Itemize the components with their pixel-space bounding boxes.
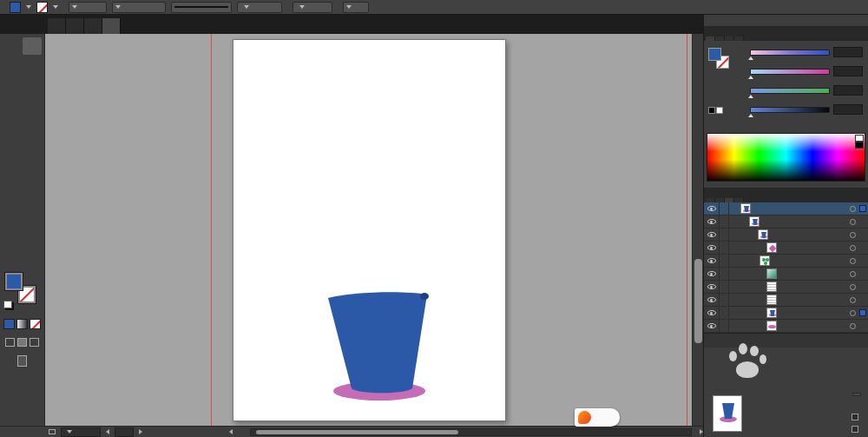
style-dropdown[interactable]	[343, 2, 369, 13]
panel-fill-swatch[interactable]	[708, 48, 721, 61]
vertical-scrollbar-thumb[interactable]	[694, 259, 702, 343]
pen-tool-icon[interactable]	[3, 72, 23, 89]
lock-toggle[interactable]	[720, 215, 729, 228]
black-slider[interactable]	[750, 107, 830, 113]
rotate-tool-icon[interactable]	[3, 124, 23, 142]
clip-checkbox[interactable]	[852, 414, 858, 420]
document-tab-3[interactable]	[84, 18, 102, 34]
lock-toggle[interactable]	[720, 255, 729, 267]
line-segment-tool-icon[interactable]	[3, 89, 23, 107]
lock-toggle[interactable]	[720, 242, 729, 254]
layer-row[interactable]	[704, 242, 868, 255]
lock-toggle[interactable]	[720, 268, 729, 280]
yellow-slider[interactable]	[750, 88, 830, 94]
visibility-toggle[interactable]	[704, 228, 720, 241]
screen-mode-normal-button[interactable]	[5, 338, 15, 347]
horizontal-scrollbar[interactable]	[250, 428, 692, 436]
scale-tool-icon[interactable]	[23, 124, 42, 142]
direct-selection-tool-icon[interactable]	[23, 37, 42, 55]
ime-toolbar[interactable]	[575, 408, 620, 427]
selection-indicator[interactable]	[859, 205, 866, 212]
symbol-sprayer-tool-icon[interactable]	[3, 211, 23, 228]
layer-row[interactable]	[704, 268, 868, 281]
width-tool-icon[interactable]	[3, 142, 23, 159]
lock-toggle[interactable]	[720, 320, 729, 332]
document-tab-2[interactable]	[66, 18, 84, 34]
paint-color-button[interactable]	[3, 319, 15, 329]
fill-color-swatch[interactable]	[10, 2, 21, 13]
rectangle-tool-icon[interactable]	[23, 89, 42, 107]
brush-definition-dropdown[interactable]	[237, 2, 282, 13]
next-artboard-icon[interactable]	[139, 429, 142, 434]
sogou-logo-icon[interactable]	[578, 411, 591, 424]
stroke-caret-icon[interactable]	[53, 5, 58, 9]
screen-mode-fullscreen-button[interactable]	[30, 338, 39, 347]
canvas-area[interactable]	[45, 34, 703, 426]
paintbrush-tool-icon[interactable]	[3, 107, 23, 124]
make-mask-button[interactable]	[852, 393, 861, 396]
visibility-toggle[interactable]	[704, 294, 720, 306]
visibility-toggle[interactable]	[704, 320, 720, 332]
black-value-field[interactable]	[833, 104, 863, 115]
vertical-scrollbar[interactable]	[692, 34, 703, 426]
visibility-toggle[interactable]	[704, 202, 720, 215]
type-tool-icon[interactable]	[23, 72, 42, 89]
opacity-dropdown[interactable]	[293, 2, 332, 13]
visibility-toggle[interactable]	[704, 281, 720, 293]
perspective-grid-tool-icon[interactable]	[23, 159, 42, 176]
slider-thumb[interactable]	[748, 76, 753, 79]
white-swatch[interactable]	[855, 135, 864, 142]
artboard-tool-icon[interactable]	[3, 228, 23, 246]
target-icon[interactable]	[850, 206, 856, 212]
zoom-dropdown[interactable]	[61, 427, 101, 437]
lock-toggle[interactable]	[720, 202, 729, 215]
free-transform-tool-icon[interactable]	[23, 142, 42, 159]
scroll-right-icon[interactable]	[700, 429, 703, 434]
layer-row[interactable]	[704, 294, 868, 307]
brush-preview[interactable]	[171, 2, 232, 13]
transparency-object-thumbnail[interactable]	[713, 395, 742, 432]
visibility-toggle[interactable]	[704, 307, 720, 319]
slice-tool-icon[interactable]	[23, 228, 42, 246]
paint-gradient-button[interactable]	[16, 319, 28, 329]
visibility-toggle[interactable]	[704, 215, 720, 228]
layer-row[interactable]	[704, 281, 868, 294]
eyedropper-tool-icon[interactable]	[3, 194, 23, 211]
gradient-tool-icon[interactable]	[23, 176, 42, 194]
selection-tool-icon[interactable]	[3, 37, 23, 55]
target-icon[interactable]	[850, 219, 856, 225]
hand-tool-icon[interactable]	[3, 246, 23, 263]
document-tab-4-active[interactable]	[102, 18, 121, 34]
lock-toggle[interactable]	[720, 307, 729, 319]
target-icon[interactable]	[850, 258, 856, 264]
cup-artwork[interactable]	[233, 40, 505, 420]
visibility-toggle[interactable]	[704, 268, 720, 280]
lasso-tool-icon[interactable]	[23, 55, 42, 72]
magenta-slider[interactable]	[750, 69, 830, 75]
target-icon[interactable]	[850, 271, 856, 277]
blend-tool-icon[interactable]	[23, 194, 42, 211]
color-spectrum[interactable]	[707, 133, 865, 182]
target-icon[interactable]	[850, 232, 856, 238]
layer-row[interactable]	[704, 255, 868, 268]
visibility-toggle[interactable]	[704, 255, 720, 267]
artboard-number-field[interactable]	[115, 427, 134, 437]
layer-row[interactable]	[704, 215, 868, 228]
selection-indicator[interactable]	[859, 309, 866, 316]
shape-builder-tool-icon[interactable]	[3, 159, 23, 176]
paint-none-button[interactable]	[30, 319, 41, 329]
target-icon[interactable]	[850, 323, 856, 329]
status-menu-icon[interactable]	[49, 429, 56, 434]
variable-width-dropdown[interactable]	[112, 2, 166, 13]
document-tab-1[interactable]	[48, 18, 66, 34]
layer-row[interactable]	[704, 202, 868, 215]
cyan-slider[interactable]	[750, 50, 830, 56]
fill-caret-icon[interactable]	[26, 5, 31, 9]
visibility-toggle[interactable]	[704, 242, 720, 254]
prev-artboard-icon[interactable]	[106, 429, 109, 434]
white-swatch[interactable]	[716, 107, 723, 114]
lock-toggle[interactable]	[720, 281, 729, 293]
layer-row[interactable]	[704, 320, 868, 333]
fill-swatch[interactable]	[5, 273, 23, 290]
scroll-left-icon[interactable]	[229, 429, 233, 434]
